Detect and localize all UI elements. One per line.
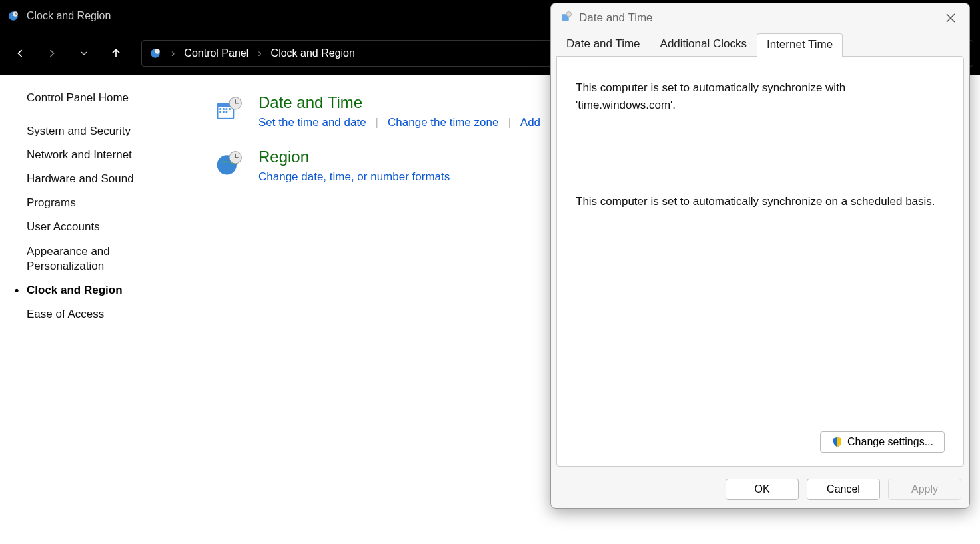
- svg-rect-9: [229, 108, 231, 110]
- dialog-tabs: Date and Time Additional Clocks Internet…: [551, 33, 969, 56]
- change-settings-label: Change settings...: [847, 436, 933, 448]
- tab-date-time[interactable]: Date and Time: [556, 33, 650, 56]
- recent-dropdown-button[interactable]: [71, 40, 97, 67]
- link-change-formats[interactable]: Change date, time, or number formats: [258, 170, 450, 184]
- chevron-right-icon: ›: [258, 47, 261, 59]
- tab-panel-internet-time: This computer is set to automatically sy…: [556, 56, 964, 467]
- cancel-button[interactable]: Cancel: [807, 479, 880, 500]
- link-set-time-date[interactable]: Set the time and date: [258, 116, 366, 129]
- ok-button[interactable]: OK: [726, 479, 799, 500]
- dialog-titlebar[interactable]: Date and Time: [551, 3, 969, 33]
- svg-rect-10: [219, 111, 221, 113]
- forward-button[interactable]: [39, 40, 65, 67]
- sidebar: Control Panel Home System and Security N…: [0, 75, 187, 544]
- shield-icon: [831, 436, 843, 448]
- dialog-title: Date and Time: [579, 11, 653, 25]
- sidebar-item-system-security[interactable]: System and Security: [27, 124, 187, 138]
- sidebar-item-programs[interactable]: Programs: [27, 196, 187, 210]
- change-settings-button[interactable]: Change settings...: [820, 431, 945, 453]
- close-button[interactable]: [937, 7, 964, 29]
- apply-button: Apply: [888, 479, 961, 500]
- sync-status-text: This computer is set to automatically sy…: [576, 79, 945, 113]
- sidebar-item-appearance[interactable]: Appearance and Personalization: [27, 244, 187, 274]
- region-icon: [213, 148, 245, 180]
- sidebar-item-clock-region[interactable]: Clock and Region: [27, 283, 187, 298]
- svg-rect-11: [223, 111, 225, 113]
- sidebar-item-network[interactable]: Network and Internet: [27, 148, 187, 162]
- date-time-dialog: Date and Time Date and Time Additional C…: [550, 3, 970, 509]
- sidebar-item-user-accounts[interactable]: User Accounts: [27, 220, 187, 234]
- breadcrumb-current[interactable]: Clock and Region: [271, 47, 355, 59]
- svg-point-17: [566, 11, 572, 17]
- svg-rect-8: [226, 108, 228, 110]
- sidebar-home[interactable]: Control Panel Home: [27, 91, 187, 105]
- breadcrumb-root[interactable]: Control Panel: [184, 47, 248, 59]
- link-change-timezone[interactable]: Change the time zone: [388, 116, 498, 129]
- window-title: Clock and Region: [27, 10, 111, 22]
- dialog-icon: [560, 11, 572, 26]
- sidebar-item-ease-of-access[interactable]: Ease of Access: [27, 307, 187, 322]
- sync-schedule-text: This computer is set to automatically sy…: [576, 193, 945, 210]
- clock-region-icon: [7, 9, 20, 23]
- svg-rect-7: [223, 108, 225, 110]
- chevron-right-icon: ›: [171, 47, 175, 59]
- svg-point-3: [155, 49, 160, 54]
- date-time-icon: [213, 93, 245, 125]
- category-title[interactable]: Region: [258, 148, 450, 166]
- sidebar-item-hardware[interactable]: Hardware and Sound: [27, 172, 187, 186]
- control-panel-icon: [149, 47, 162, 60]
- svg-rect-6: [219, 108, 221, 110]
- category-title[interactable]: Date and Time: [258, 93, 540, 112]
- link-add-clocks[interactable]: Add: [520, 116, 540, 129]
- svg-rect-12: [226, 111, 228, 113]
- tab-internet-time[interactable]: Internet Time: [757, 33, 843, 57]
- tab-additional-clocks[interactable]: Additional Clocks: [650, 33, 757, 56]
- dialog-button-row: OK Cancel Apply: [551, 472, 969, 508]
- back-button[interactable]: [7, 40, 33, 67]
- up-button[interactable]: [103, 40, 129, 67]
